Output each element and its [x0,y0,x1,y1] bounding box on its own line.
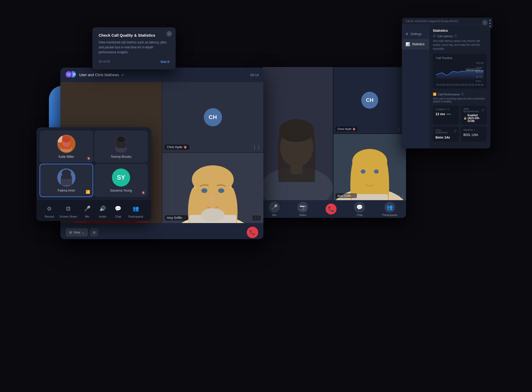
savanna-muted-icon: 🔇 [142,191,145,194]
participant-tile-savanna: SY Savanna Young 🔇 [94,164,148,197]
svg-point-28 [201,188,207,193]
tommy-menu-icon[interactable]: ⋯ [142,157,145,160]
chat-toolbar-btn[interactable]: 💬 Chat [113,203,123,218]
duration-label: CALL DURATION ⓘ [435,129,456,134]
latency-metric: LATENCY ⓘ 12 ms ●●● [433,106,459,125]
avatar-user: U [65,71,72,78]
ch-menu-icon[interactable]: ⋮⋮ [252,145,261,150]
dot-3 [489,25,491,27]
chart-area: 23:15:22 Latency 14 ms 100 ms 75 ms 50 m… [436,62,484,82]
large-chat-icon: 💬 [354,202,365,213]
audio-label: Audio [99,215,106,218]
duration-value: 8min 14s [435,135,450,139]
chart-title: Call Timeline [436,56,484,60]
view-chevron: ⌄ [82,231,84,234]
settings-gear-icon: ⚙ [93,231,96,234]
dots-menu-panel [488,18,492,29]
stats-main-title: Statistics [433,29,487,32]
view-icon: ⊞ [69,231,72,234]
stats-close-button[interactable]: × [482,20,488,25]
participant-tile-tommy: Tommy Brooks ⋯ [94,130,148,163]
verified-icon: ✔ [121,73,124,77]
large-chat-btn[interactable]: 💬 Chat [354,202,365,217]
latency-label: Call Latency [437,35,453,38]
stats-nav: ⚙ Settings 📊 Statistics [402,25,429,148]
call-header: U CH User and Chris Mathews ✔ 08:14 [60,68,263,82]
tommy-name: Tommy Brooks [111,155,131,159]
record-label: Record [45,215,54,218]
ch-name: Chris Hyde [167,145,182,149]
participants-toolbar: ⊙ Record ⊡ Screen Share 🎤 Mic 🔊 Audio 💬 … [36,200,151,221]
large-call-controls: 🎤 Mic 📷 Video 📞 💬 Chat 👥 Participants [260,200,406,218]
svg-point-29 [218,188,224,193]
audio-icon: 🔊 [97,203,108,214]
tooltip-description: View monitored call metrics such as late… [99,40,169,55]
latency-subsection: ⏱ Call Latency ⓘ [433,34,487,38]
large-mic-btn[interactable]: 🎤 Mic [269,202,280,217]
tooltip-title: Check Call Quality & Statistics [99,33,169,37]
fatima-signal-icon: 📶 [86,190,90,194]
tooltip-counter: 03 of 03 [99,60,110,63]
record-toolbar-btn[interactable]: ⊙ Record [44,203,55,218]
large-bottom-right-video: Amy Griffin ⋯ ⋮⋮ [333,134,406,200]
settings-button[interactable]: ⚙ [90,228,98,237]
large-participants-btn[interactable]: 👥 Participants [382,202,397,217]
audio-toolbar-btn[interactable]: 🔊 Audio [97,203,108,218]
region-value: BOS, USA [464,133,478,137]
duration-metric: CALL DURATION ⓘ 8min 14s [433,127,459,142]
statistics-nav-item[interactable]: 📊 Statistics [402,39,429,49]
participants-toolbar-btn[interactable]: 👥 Participants [128,203,143,218]
perf-status-text: Your call is receiving data and the conn… [433,97,487,103]
view-button[interactable]: ⊞ View ⌄ [66,228,88,237]
chart-labels-bottom: 23:11:00 23:12:15 23:13:20 23:14:25 23:1… [436,83,484,86]
participant-tile-kaite: Kaite Miller 🔇 [40,130,93,163]
ch-avatar: CH [204,108,222,126]
stats-nav-icon: 📊 [406,42,410,46]
mic-toolbar-btn[interactable]: 🎤 Mic [82,203,92,218]
call-controls: ⊞ View ⌄ ⚙ 📞 [60,223,263,239]
large-amy-vol: ⋮⋮ [397,194,404,198]
svg-point-31 [201,208,225,222]
got-it-button[interactable]: Got it [161,60,169,64]
perf-info-icon: ⓘ [461,92,464,96]
encryption-metric: SIDE ENCRYPTION ⓘ 🔒 Enabled (AES-256-GCM… [461,106,487,125]
record-icon: ⊙ [44,203,55,214]
amy-vol-icon: ⋮⋮ [252,215,261,220]
latency-metric-label: LATENCY ⓘ [435,108,456,111]
perf-label: Call Performance [438,93,460,96]
svg-rect-58 [352,194,388,200]
call-id-bar: Call ID: e14124312-1bgas412-512qw-d41412 [402,18,490,25]
large-ch-muted: 🔇 [352,128,356,130]
stats-panel: Call ID: e14124312-1bgas412-512qw-d41412… [402,18,490,148]
call-id-text: Call ID: e14124312-1bgas412-512qw-d41412 [406,20,458,23]
participants-icon: 👥 [131,203,141,214]
end-call-button[interactable]: 📞 [247,227,258,238]
latency-value: 12 ms [435,112,445,116]
large-participants-label: Participants [382,213,397,217]
fatima-name: Fatima Amin [58,189,75,192]
large-end-btn[interactable]: 📞 [326,204,337,214]
participants-grid: Kaite Miller 🔇 Tommy Brooks ⋯ [36,127,151,200]
latency-info-icon: ⓘ [454,34,457,38]
call-performance-section: 📶 Call Performance ⓘ Your call is receiv… [433,92,487,142]
perf-icon: 📶 [433,93,436,96]
latency-icon: ⏱ [433,35,436,38]
latency-chart: Call Timeline [433,54,487,89]
large-video-btn[interactable]: 📷 Video [297,202,308,217]
tooltip-close-button[interactable]: × [166,31,172,37]
large-video-icon: 📷 [297,202,308,213]
stats-nav-label: Statistics [412,42,425,46]
ch-muted-icon: 🔇 [183,146,187,149]
svg-point-57 [374,169,379,174]
screenshare-toolbar-btn[interactable]: ⊡ Screen Share [60,203,77,218]
encryption-label: SIDE ENCRYPTION ⓘ [464,108,484,113]
large-mic-icon: 🎤 [269,202,280,213]
svg-rect-45 [61,179,72,185]
kaite-muted-icon: 🔇 [87,157,91,160]
settings-nav-item[interactable]: ⚙ Settings [402,29,429,39]
large-top-right-video: CH Chris Hyde 🔇 ⋮⋮ [333,67,406,133]
latency-description: Very high latency values may reduce call… [433,39,487,51]
perf-subsection: 📶 Call Performance ⓘ [433,92,487,96]
tooltip-popup: × Check Call Quality & Statistics View m… [92,27,176,69]
large-chat-label: Chat [356,213,362,217]
